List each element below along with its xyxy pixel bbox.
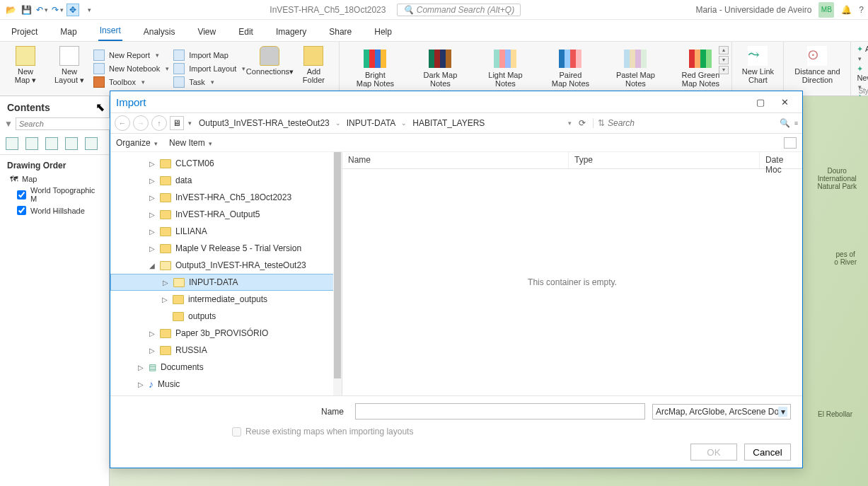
expand-icon[interactable]: ▷: [162, 279, 169, 287]
location-icon[interactable]: 🖥: [170, 116, 184, 130]
contents-search-input[interactable]: [16, 117, 121, 130]
distance-direction-button[interactable]: ⊙Distance andDirection: [789, 45, 845, 93]
cancel-button[interactable]: Cancel: [744, 444, 791, 461]
command-search[interactable]: 🔍 Command Search (Alt+Q): [397, 4, 521, 16]
menu-project[interactable]: Project: [10, 24, 39, 41]
organize-menu[interactable]: Organize ▾: [116, 138, 158, 148]
tree-item[interactable]: ▷Maple V Release 5 - Trial Version: [110, 240, 342, 257]
new-link-chart-button[interactable]: ⤳New LinkChart: [738, 45, 777, 93]
expand-icon[interactable]: ▷: [149, 211, 156, 219]
tree-item[interactable]: ▷INPUT-DATA: [110, 274, 342, 291]
tree-item[interactable]: ▷RUSSIA: [110, 342, 342, 359]
menu-map[interactable]: Map: [59, 24, 78, 41]
new-report-button[interactable]: New Report▾: [93, 50, 169, 61]
tree-item[interactable]: ▷LILIANA: [110, 223, 342, 240]
nav-forward-button[interactable]: →: [133, 115, 149, 131]
open-icon[interactable]: 📂: [4, 4, 17, 16]
layer-topographic[interactable]: World Topographic M: [0, 185, 109, 204]
nav-back-button[interactable]: ←: [115, 115, 130, 131]
menu-imagery[interactable]: Imagery: [274, 24, 308, 41]
ok-button[interactable]: OK: [690, 444, 737, 461]
expand-icon[interactable]: ▷: [149, 177, 156, 185]
filter-icon[interactable]: ▼: [4, 119, 13, 129]
add-style-button[interactable]: ✦ Add ▾: [857, 45, 868, 62]
tree-scrollbar[interactable]: [333, 152, 342, 395]
tree-item[interactable]: outputs: [110, 308, 342, 325]
chevron-icon[interactable]: ⌄: [335, 120, 341, 127]
dialog-close-button[interactable]: ✕: [772, 93, 797, 110]
explore-tool-icon[interactable]: ✥: [66, 4, 79, 16]
new-item-menu[interactable]: New Item ▾: [169, 138, 212, 148]
help-icon[interactable]: ?: [859, 5, 864, 15]
breadcrumb-dropdown-icon[interactable]: ▾: [568, 120, 572, 127]
breadcrumb-seg-3[interactable]: HABITAT_LAYERS: [411, 117, 486, 129]
qat-dropdown-icon[interactable]: ▾: [82, 4, 95, 16]
search-icon[interactable]: 🔍: [780, 118, 790, 128]
expand-icon[interactable]: ▷: [149, 228, 156, 236]
expand-icon[interactable]: ▷: [149, 160, 156, 168]
menu-edit[interactable]: Edit: [237, 24, 255, 41]
dialog-search-input[interactable]: [608, 118, 777, 128]
tree-item[interactable]: ▷InVEST-HRA_Output5: [110, 206, 342, 223]
expand-icon[interactable]: ▷: [149, 245, 156, 253]
search-options-icon[interactable]: ≡: [794, 120, 798, 127]
paired-mapnotes-button[interactable]: PairedMap Notes: [545, 50, 596, 88]
col-type[interactable]: Type: [569, 152, 760, 168]
user-label[interactable]: Maria - Universidade de Aveiro: [695, 5, 811, 15]
menu-share[interactable]: Share: [328, 24, 353, 41]
tree-item[interactable]: ▷data: [110, 172, 342, 189]
sort-icon[interactable]: ⇅: [598, 118, 605, 128]
save-icon[interactable]: 💾: [20, 4, 33, 16]
breadcrumb-seg-2[interactable]: INPUT-DATA: [345, 117, 398, 129]
tree-item[interactable]: ▷intermediate_outputs: [110, 291, 342, 308]
refresh-button[interactable]: ⟳: [574, 115, 590, 131]
connections-button[interactable]: Connections▾: [250, 45, 289, 93]
expand-icon[interactable]: ▷: [149, 330, 156, 337]
import-layout-button[interactable]: Import Layout▾: [173, 63, 245, 74]
new-map-button[interactable]: NewMap ▾: [6, 45, 45, 93]
folder-tree[interactable]: ▷CLCTM06▷data▷InVEST-HRA_Ch5_18Oct2023▷I…: [110, 152, 342, 395]
tree-item[interactable]: ▷InVEST-HRA_Ch5_18Oct2023: [110, 189, 342, 206]
chevron-icon[interactable]: ⌄: [401, 120, 407, 127]
expand-icon[interactable]: ▷: [161, 296, 168, 303]
dark-mapnotes-button[interactable]: Dark MapNotes: [415, 50, 465, 88]
view-mode-button[interactable]: [784, 137, 797, 149]
list-by-source-icon[interactable]: [25, 137, 38, 150]
layer-topographic-checkbox[interactable]: [17, 190, 26, 199]
col-name[interactable]: Name: [342, 152, 569, 168]
gallery-down-icon[interactable]: ▾: [719, 56, 729, 64]
list-by-editing-icon[interactable]: [65, 137, 78, 150]
list-by-drawing-icon[interactable]: [6, 137, 18, 150]
menu-help[interactable]: Help: [373, 24, 393, 41]
tree-item[interactable]: ▷♪Music: [110, 376, 342, 393]
tree-item[interactable]: ◢Output3_InVEST-HRA_testeOut23: [110, 257, 342, 274]
new-notebook-button[interactable]: New Notebook▾: [93, 63, 169, 74]
filetype-dropdown[interactable]: ArcMap, ArcGlobe, ArcScene Docu ▾: [652, 404, 791, 420]
name-input[interactable]: [355, 403, 645, 420]
nav-up-button[interactable]: ↑: [151, 115, 167, 131]
redo-icon[interactable]: ↷▾: [51, 4, 64, 16]
import-map-button[interactable]: Import Map: [173, 50, 245, 61]
tree-item[interactable]: ▷CLCTM06: [110, 155, 342, 172]
breadcrumb-seg-1[interactable]: Output3_InVEST-HRA_testeOut23: [197, 117, 331, 129]
add-folder-button[interactable]: AddFolder: [294, 45, 333, 93]
expand-icon[interactable]: ▷: [137, 381, 144, 388]
bright-mapnotes-button[interactable]: BrightMap Notes: [349, 50, 400, 88]
list-by-selection-icon[interactable]: [45, 137, 58, 150]
expand-icon[interactable]: ▷: [149, 347, 156, 354]
expand-icon[interactable]: ▷: [149, 194, 156, 202]
list-by-snapping-icon[interactable]: [85, 137, 98, 150]
expand-icon[interactable]: ◢: [149, 262, 156, 270]
dialog-maximize-button[interactable]: ▢: [748, 93, 772, 110]
notifications-icon[interactable]: 🔔: [841, 5, 852, 15]
user-avatar[interactable]: MB: [818, 2, 834, 18]
expand-icon[interactable]: ▷: [137, 364, 144, 371]
layer-hillshade-checkbox[interactable]: [17, 206, 26, 215]
col-date[interactable]: Date Moc: [760, 152, 802, 168]
gallery-scroll[interactable]: ▴▾▾: [719, 46, 729, 74]
menu-insert[interactable]: Insert: [98, 23, 122, 41]
gallery-expand-icon[interactable]: ▾: [719, 66, 729, 74]
task-button[interactable]: Task▾: [173, 76, 245, 88]
tree-item[interactable]: ▷Paper 3b_PROVISÓRIO: [110, 325, 342, 342]
menu-analysis[interactable]: Analysis: [142, 24, 177, 41]
